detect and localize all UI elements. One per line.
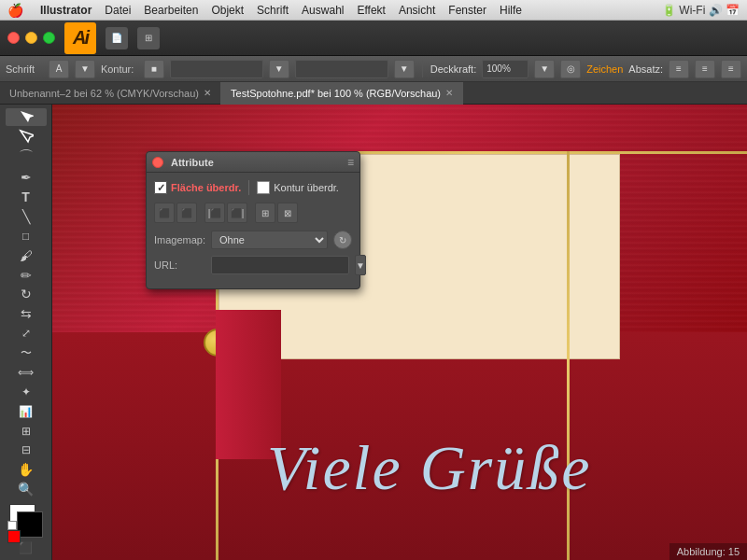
checkmark-icon: ✓ [157, 182, 165, 194]
tool-pen[interactable]: ✒ [6, 169, 47, 187]
extra-btn-group: ⊞ ⊠ [255, 203, 298, 223]
panel-header: Attribute ≡ [147, 152, 359, 173]
minimize-button[interactable] [25, 32, 37, 44]
tool-graph[interactable]: 📊 [6, 402, 47, 420]
doc-icon: 📄 [106, 27, 128, 49]
kontur-dropdown[interactable]: ▼ [269, 60, 289, 78]
tab-testspot-close[interactable]: ✕ [445, 88, 453, 98]
menu-right-icons: 🔋 Wi-Fi 🔊 📅 [662, 4, 740, 17]
url-dropdown[interactable]: ▼ [355, 255, 366, 275]
menu-effekt[interactable]: Effekt [357, 4, 385, 17]
align-right[interactable]: ≡ [721, 60, 741, 78]
toolbar: Schrift A ▼ Kontur: ■ ▼ ▼ Deckkraft: ▼ ◎… [0, 56, 747, 82]
tool-direct-select[interactable] [6, 128, 47, 146]
url-input[interactable] [211, 256, 349, 274]
color-swatches[interactable] [6, 504, 47, 533]
panel-menu-icon[interactable]: ≡ [347, 156, 354, 169]
panel-close-button[interactable] [152, 157, 163, 168]
tool-hand[interactable]: ✋ [6, 461, 47, 479]
distribute-right-btn[interactable]: ⬛| [227, 203, 247, 223]
menu-ansicht[interactable]: Ansicht [399, 4, 435, 17]
kontur-label: Kontur: [101, 63, 138, 75]
schrift-label: Schrift [6, 63, 43, 75]
align-center[interactable]: ≡ [695, 60, 715, 78]
ai-logo: Ai [64, 22, 96, 54]
flaeche-checkbox-item[interactable]: ✓ Fläche überdr. [154, 181, 241, 194]
tool-paintbrush[interactable]: 🖌 [6, 246, 47, 264]
tool-rotate[interactable]: ↻ [6, 286, 47, 303]
font-style-btn[interactable]: A [49, 60, 69, 78]
kontur-color-btn[interactable]: ■ [144, 60, 164, 78]
menu-auswahl[interactable]: Auswahl [302, 4, 344, 17]
status-bar: Abbildung: 15 [669, 543, 747, 560]
align-left-btn[interactable]: ⬛ [154, 203, 175, 223]
url-row: URL: ▼ [154, 255, 352, 275]
align-left[interactable]: ≡ [669, 60, 689, 78]
tool-symbol[interactable]: ✦ [6, 383, 47, 400]
menu-datei[interactable]: Datei [105, 4, 131, 17]
panel-checkbox-row: ✓ Fläche überdr. Kontur überdr. [154, 180, 352, 195]
toolbar-right: Deckkraft: ▼ ◎ Zeichen Absatz: ≡ ≡ ≡ [430, 60, 741, 78]
tool-zoom[interactable]: 🔍 [6, 481, 47, 498]
absatz-label: Absatz: [628, 63, 663, 75]
tool-pencil[interactable]: ✏ [6, 266, 47, 284]
tool-slice[interactable]: ⊟ [6, 441, 47, 459]
tool-width[interactable]: ⟺ [6, 364, 47, 382]
menu-schrift[interactable]: Schrift [257, 4, 289, 17]
extra-btn-2[interactable]: ⊠ [277, 203, 298, 223]
menu-fenster[interactable]: Fenster [448, 4, 486, 17]
close-button[interactable] [7, 32, 20, 44]
align-center-btn[interactable]: ⬛ [176, 203, 197, 223]
attribute-panel: Attribute ≡ ✓ Fläche überdr. Kontur übe [146, 151, 360, 289]
tool-reflect[interactable]: ⇆ [6, 305, 47, 323]
menu-hilfe[interactable]: Hilfe [500, 4, 522, 17]
extra-btn-1[interactable]: ⊞ [255, 203, 275, 223]
flaeche-checkbox[interactable]: ✓ [154, 181, 167, 194]
kontur-label: Kontur überdr. [274, 182, 339, 193]
style-btn[interactable]: ◎ [560, 60, 581, 78]
app-name[interactable]: Illustrator [40, 4, 92, 17]
left-toolbar: ⌒ ✒ T ╲ □ 🖌 ✏ ↻ ⇆ ⤢ 〜 ⟺ ✦ 📊 ⊞ ⊟ ✋ 🔍 ⬛ [0, 105, 52, 560]
status-text: Abbildung: 15 [677, 546, 740, 557]
tab-testspot-label: TestSpotohne.pdf* bei 100 % (RGB/Vorscha… [231, 88, 441, 99]
menu-bearbeiten[interactable]: Bearbeiten [144, 4, 198, 17]
zeichen-link[interactable]: Zeichen [586, 63, 623, 75]
deckkraft-dropdown[interactable]: ▼ [534, 60, 555, 78]
tool-artboard[interactable]: ⊞ [6, 422, 47, 440]
main-area: ⌒ ✒ T ╲ □ 🖌 ✏ ↻ ⇆ ⤢ 〜 ⟺ ✦ 📊 ⊞ ⊟ ✋ 🔍 ⬛ [0, 105, 747, 560]
tool-type[interactable]: T [6, 189, 47, 206]
apple-menu[interactable]: 🍎 [7, 3, 23, 18]
align-btn-group: ⬛ ⬛ [154, 203, 197, 223]
canvas-area: Viele Grüße Attribute ≡ ✓ Fläche überdr. [52, 105, 747, 560]
distribute-left-btn[interactable]: |⬛ [204, 203, 225, 223]
tool-warp[interactable]: 〜 [6, 344, 47, 362]
flaeche-label: Fläche überdr. [171, 182, 241, 193]
tab-unbenannt[interactable]: Unbenannt–2 bei 62 % (CMYK/Vorschau) ✕ [0, 82, 221, 105]
imagemap-select[interactable]: Ohne [211, 231, 328, 249]
tabs-bar: Unbenannt–2 bei 62 % (CMYK/Vorschau) ✕ T… [0, 82, 747, 105]
font-size-btn[interactable]: ▼ [75, 60, 95, 78]
checkbox-divider [248, 180, 249, 195]
stroke-dropdown[interactable]: ▼ [394, 60, 415, 78]
imagemap-refresh-btn[interactable]: ↻ [333, 231, 352, 249]
kontur-checkbox[interactable] [257, 181, 270, 194]
kontur-input[interactable] [170, 60, 263, 78]
tab-testspot[interactable]: TestSpotohne.pdf* bei 100 % (RGB/Vorscha… [221, 82, 463, 105]
tool-select[interactable] [6, 108, 47, 126]
stroke-width-input[interactable] [295, 60, 388, 78]
panel-title: Attribute [167, 157, 344, 168]
distribute-btn-group: |⬛ ⬛| [204, 203, 247, 223]
maximize-button[interactable] [43, 32, 55, 44]
tab-unbenannt-close[interactable]: ✕ [204, 88, 211, 98]
tool-scale[interactable]: ⤢ [6, 325, 47, 343]
tool-rect[interactable]: □ [6, 227, 47, 245]
deckkraft-input[interactable] [482, 60, 529, 78]
panel-icon-row: ⬛ ⬛ |⬛ ⬛| ⊞ ⊠ [154, 203, 352, 223]
menu-objekt[interactable]: Objekt [211, 4, 244, 17]
deckkraft-label: Deckkraft: [430, 63, 477, 75]
kontur-checkbox-item[interactable]: Kontur überdr. [257, 181, 339, 194]
tool-line[interactable]: ╲ [6, 208, 47, 226]
imagemap-row: Imagemap: Ohne ↻ [154, 231, 352, 249]
tool-lasso[interactable]: ⌒ [6, 147, 47, 167]
gruss-text: Viele Grüße [267, 431, 591, 505]
